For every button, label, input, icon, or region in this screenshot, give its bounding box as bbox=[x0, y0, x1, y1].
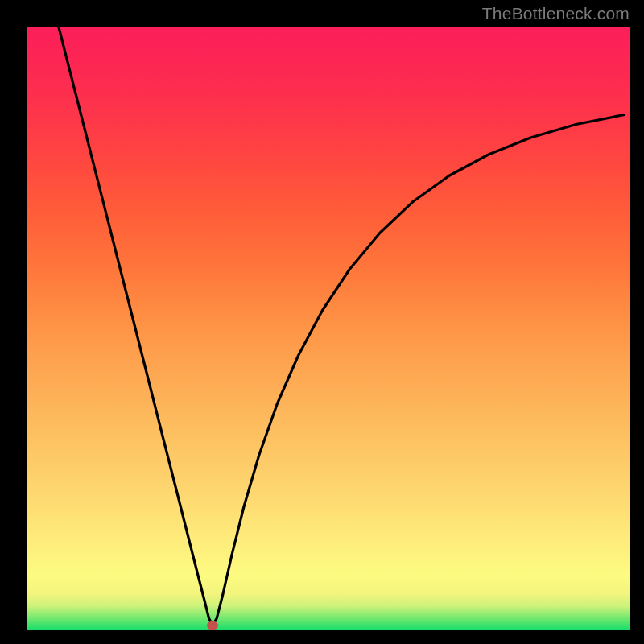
bottleneck-curve bbox=[27, 27, 630, 630]
chart-root: TheBottleneck.com bbox=[0, 0, 644, 644]
minimum-marker bbox=[207, 621, 218, 630]
watermark-text: TheBottleneck.com bbox=[482, 4, 630, 23]
plot-area bbox=[27, 27, 630, 630]
